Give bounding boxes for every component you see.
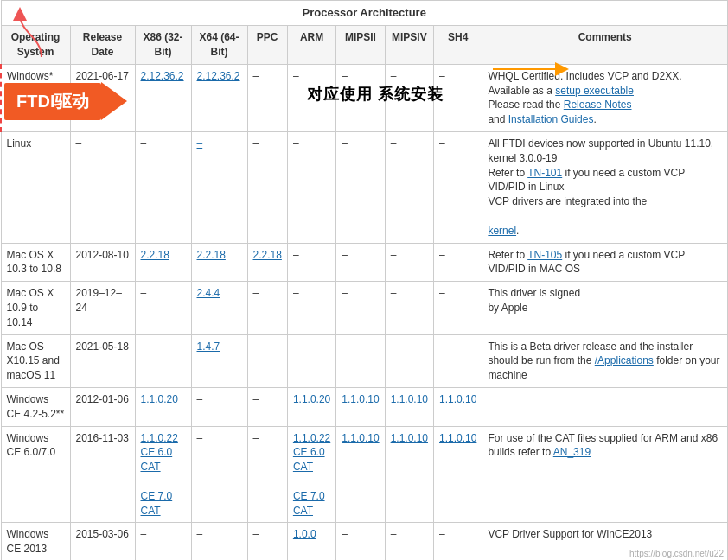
x64-cell: – — [191, 523, 247, 560]
x86-link[interactable]: 1.1.0.20 — [141, 393, 178, 405]
mipsiv-cell: 1.1.0.10 — [385, 387, 433, 426]
sh4-link[interactable]: 1.1.0.10 — [439, 393, 476, 405]
ppc-link[interactable]: 2.2.18 — [253, 249, 282, 261]
arm-cell: – — [287, 282, 335, 334]
x64-cell: – — [191, 387, 247, 426]
x86-cell: 1.1.0.22 CE 6.0 CAT CE 7.0 CAT — [135, 426, 191, 523]
comments-cell: This is a Beta driver release and the in… — [482, 334, 728, 387]
col-header-x86: X86 (32-Bit) — [135, 26, 191, 65]
ppc-cell: – — [247, 523, 287, 560]
mipsiv-link[interactable]: 1.1.0.10 — [391, 432, 428, 444]
comments-cell: This driver is signedby Apple — [482, 282, 728, 334]
mipsiv-cell: 1.1.0.10 — [385, 426, 433, 523]
mipsii-cell: – — [336, 523, 385, 560]
arm-link[interactable]: 1.1.0.20 — [293, 393, 330, 405]
mipsii-cell: 1.1.0.10 — [336, 387, 385, 426]
x86-link-1[interactable]: 1.1.0.22 — [141, 432, 178, 444]
x86-link-3[interactable]: CE 7.0 CAT — [141, 490, 173, 517]
installation-guides-link[interactable]: Installation Guides — [508, 113, 594, 125]
date-cell: 2012-01-06 — [70, 387, 135, 426]
table-row: Linux – – – – – – – – All FTDI devices n… — [1, 131, 728, 243]
arm-cell: 1.1.0.22 CE 6.0 CAT CE 7.0 CAT — [287, 426, 335, 523]
mipsii-link[interactable]: 1.1.0.10 — [342, 432, 379, 444]
os-cell: Windows CE 4.2-5.2** — [1, 387, 70, 426]
x86-link-2[interactable]: CE 6.0 CAT — [141, 446, 173, 473]
col-header-arm: ARM — [287, 26, 335, 65]
arm-link-2[interactable]: CE 6.0 CAT — [293, 446, 325, 473]
os-cell: Mac OS X10.15 and macOS 11 — [1, 334, 70, 387]
mipsiv-cell: – — [385, 243, 433, 282]
ppc-cell: – — [247, 426, 287, 523]
comments-cell: WHQL Certified. Includes VCP and D2XX. A… — [482, 64, 728, 131]
table-row: Windows CE 6.0/7.0 2016-11-03 1.1.0.22 C… — [1, 426, 728, 523]
x64-link[interactable]: 1.4.7 — [197, 340, 220, 353]
x64-cell: – — [191, 131, 247, 243]
x64-cell: 1.4.7 — [191, 334, 247, 387]
date-cell: – — [70, 131, 135, 243]
arm-link-1[interactable]: 1.1.0.22 — [293, 432, 330, 444]
tn105-link[interactable]: TN-105 — [527, 249, 562, 261]
ppc-cell: – — [247, 64, 287, 131]
an319-link[interactable]: AN_319 — [553, 446, 591, 458]
x86-link[interactable]: 2.12.36.2 — [141, 70, 184, 82]
arm-link-3[interactable]: CE 7.0 CAT — [293, 490, 325, 517]
date-cell: 2016-11-03 — [70, 426, 135, 523]
arm-cell: – — [287, 64, 335, 131]
x86-cell: – — [135, 523, 191, 560]
x64-link[interactable]: – — [197, 137, 203, 150]
sh4-link[interactable]: 1.1.0.10 — [439, 432, 476, 444]
mipsii-cell: – — [336, 131, 385, 243]
mipsiv-cell: – — [385, 334, 433, 387]
ppc-cell: – — [247, 334, 287, 387]
sh4-cell: – — [434, 243, 482, 282]
sh4-cell: – — [434, 282, 482, 334]
comments-cell: VCP Driver Support for WinCE2013 — [482, 523, 728, 560]
x64-link[interactable]: 2.12.36.2 — [197, 70, 240, 82]
x86-cell: 2.2.18 — [135, 243, 191, 282]
date-cell: 2012-08-10 — [70, 243, 135, 282]
mipsii-link[interactable]: 1.1.0.10 — [342, 393, 379, 405]
table-row: Windows* 2021-06-17 2.12.36.2 2.12.36.2 … — [1, 64, 728, 131]
x64-link[interactable]: 2.2.18 — [197, 249, 226, 261]
table-row: Windows CE 4.2-5.2** 2012-01-06 1.1.0.20… — [1, 387, 728, 426]
comments-cell — [482, 387, 728, 426]
table-title: Processor Architecture — [1, 1, 728, 26]
date-cell: 2019–12–24 — [70, 282, 135, 334]
x86-cell: 1.1.0.20 — [135, 387, 191, 426]
comments-cell: All FTDI devices now supported in Ubuntu… — [482, 131, 728, 243]
x64-link[interactable]: 2.4.4 — [197, 287, 220, 299]
arm-cell: – — [287, 131, 335, 243]
arm-cell: – — [287, 334, 335, 387]
table-row: Windows CE 2013 2015-03-06 – – – 1.0.0 –… — [1, 523, 728, 560]
sh4-cell: – — [434, 64, 482, 131]
mipsii-cell: – — [336, 282, 385, 334]
mipsiv-cell: – — [385, 282, 433, 334]
col-header-ppc: PPC — [247, 26, 287, 65]
kernel-link[interactable]: kernel — [488, 225, 516, 237]
applications-link[interactable]: /Applications — [595, 354, 654, 366]
mipsiv-cell: – — [385, 523, 433, 560]
ppc-cell: – — [247, 131, 287, 243]
setup-executable-link[interactable]: setup executable — [555, 85, 634, 97]
os-cell: Linux — [1, 131, 70, 243]
comments-cell: For use of the CAT files supplied for AR… — [482, 426, 728, 523]
os-cell: Mac OS X 10.3 to 10.8 — [1, 243, 70, 282]
table-row: Mac OS X 10.9 to 10.14 2019–12–24 – 2.4.… — [1, 282, 728, 334]
os-cell: Windows* — [1, 64, 70, 131]
sh4-cell: – — [434, 334, 482, 387]
mipsiv-link[interactable]: 1.1.0.10 — [391, 393, 428, 405]
tn101-link[interactable]: TN-101 — [527, 167, 562, 179]
x64-cell: 2.12.36.2 — [191, 64, 247, 131]
comments-cell: Refer to TN-105 if you need a custom VCP… — [482, 243, 728, 282]
x86-link[interactable]: 2.2.18 — [141, 249, 169, 261]
ppc-cell: 2.2.18 — [247, 243, 287, 282]
ppc-cell: – — [247, 387, 287, 426]
mipsiv-cell: – — [385, 64, 433, 131]
sh4-cell: 1.1.0.10 — [434, 387, 482, 426]
arm-link[interactable]: 1.0.0 — [293, 528, 316, 540]
date-cell: 2021-05-18 — [70, 334, 135, 387]
arm-cell: – — [287, 243, 335, 282]
col-header-mipsii: MIPSII — [336, 26, 385, 65]
release-notes-link[interactable]: Release Notes — [564, 99, 632, 111]
x86-cell: – — [135, 131, 191, 243]
